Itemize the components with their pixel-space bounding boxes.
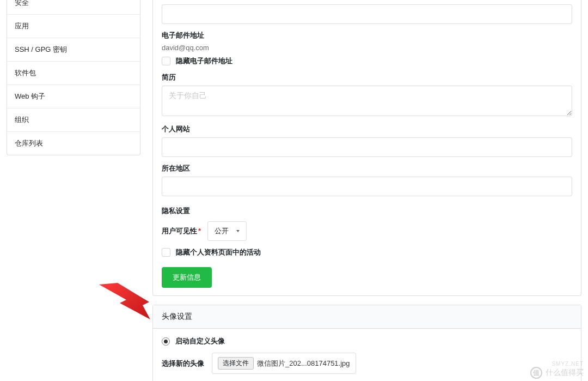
email-value: david@qq.com <box>162 44 572 52</box>
sidebar-item-label: Web 钩子 <box>15 92 45 100</box>
sidebar-item-ssh-gpg-keys[interactable]: SSH / GPG 密钥 <box>7 38 140 62</box>
location-label: 所在地区 <box>162 164 572 173</box>
chevron-down-icon <box>236 230 240 232</box>
bio-textarea[interactable] <box>162 86 572 116</box>
custom-avatar-radio[interactable] <box>162 337 170 346</box>
watermark-url: SMYZ.NET <box>552 361 584 367</box>
sidebar-item-organizations[interactable]: 组织 <box>7 108 140 132</box>
sidebar-item-webhooks[interactable]: Web 钩子 <box>7 85 140 108</box>
sidebar-item-applications[interactable]: 应用 <box>7 15 140 38</box>
bio-label: 简历 <box>162 72 572 82</box>
avatar-section-title: 头像设置 <box>153 305 581 329</box>
sidebar-item-label: 应用 <box>15 22 29 30</box>
website-label: 个人网站 <box>162 124 572 134</box>
file-choose-button[interactable]: 选择文件 <box>218 357 254 370</box>
avatar-settings-panel: 头像设置 启动自定义头像 选择新的头像 选择文件 微信图片_202...0817… <box>152 305 581 381</box>
watermark-badge-icon: 值 <box>530 367 542 379</box>
file-name: 微信图片_202...08174751.jpg <box>257 359 350 368</box>
choose-avatar-label: 选择新的头像 <box>162 359 204 368</box>
sidebar-item-label: 软件包 <box>15 69 36 77</box>
email-label: 电子邮件地址 <box>162 31 572 40</box>
hide-activity-label: 隐藏个人资料页面中的活动 <box>176 247 261 257</box>
sidebar-item-repositories[interactable]: 仓库列表 <box>7 132 140 155</box>
update-profile-button[interactable]: 更新信息 <box>162 267 212 288</box>
privacy-section-header: 隐私设置 <box>162 206 572 216</box>
website-input[interactable] <box>162 137 572 157</box>
sidebar-item-packages[interactable]: 软件包 <box>7 62 140 85</box>
settings-sidebar: 安全 应用 SSH / GPG 密钥 软件包 Web 钩子 组织 仓库列表 <box>7 0 140 155</box>
sidebar-item-label: SSH / GPG 密钥 <box>15 45 67 53</box>
profile-settings-panel: 电子邮件地址 david@qq.com 隐藏电子邮件地址 简历 个人网站 <box>152 0 581 296</box>
location-input[interactable] <box>162 177 572 196</box>
watermark-text: 什么值得买 <box>546 368 584 378</box>
sidebar-item-label: 仓库列表 <box>15 139 43 147</box>
visibility-label: 用户可见性* <box>162 226 201 236</box>
avatar-file-picker[interactable]: 选择文件 微信图片_202...08174751.jpg <box>212 353 356 374</box>
visibility-value: 公开 <box>215 226 229 236</box>
hide-activity-checkbox[interactable] <box>162 248 170 257</box>
watermark: 值 什么值得买 <box>530 367 584 379</box>
hide-email-checkbox[interactable] <box>162 57 170 65</box>
sidebar-item-label: 组织 <box>15 116 29 124</box>
custom-avatar-label: 启动自定义头像 <box>175 336 225 346</box>
visibility-select[interactable]: 公开 <box>207 221 247 241</box>
fullname-input[interactable] <box>162 4 572 24</box>
hide-email-label: 隐藏电子邮件地址 <box>176 56 232 66</box>
sidebar-item-label: 安全 <box>15 0 29 7</box>
sidebar-item-security[interactable]: 安全 <box>7 0 140 15</box>
